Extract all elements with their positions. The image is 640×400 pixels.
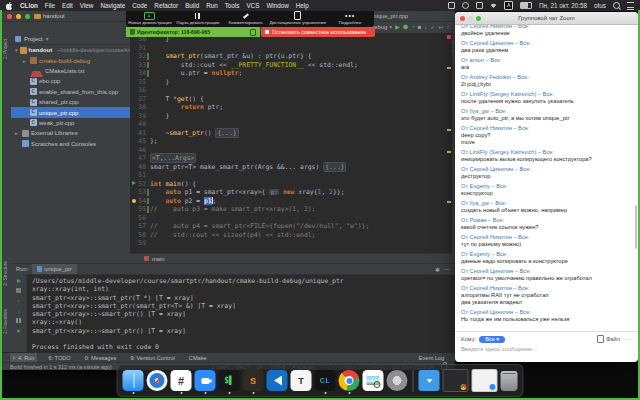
tree-item-weak-ptr-cpp[interactable]: weak_ptr.cpp	[11, 118, 130, 128]
menu-item-navigate[interactable]: Navigate	[100, 2, 125, 9]
keyboard-icon[interactable]	[476, 2, 483, 9]
chat-zoom-button[interactable]	[476, 16, 481, 21]
tree-item-scratches-and-consoles[interactable]: Scratches and Consoles	[11, 139, 130, 149]
menu-item-build[interactable]: Build	[185, 2, 199, 9]
dock-vscode-icon[interactable]	[267, 370, 288, 391]
code-line[interactable]: 37 T *get() {	[130, 95, 446, 104]
chat-message[interactable]: От Ilya_gw – Все:это будет auto_ptr, а м…	[461, 108, 632, 122]
dock-sublime-icon[interactable]: S	[243, 370, 264, 391]
toolwindow-tab-project[interactable]: 1: Project	[3, 39, 8, 59]
hide-panel-icon[interactable]: —	[444, 266, 450, 273]
dock-minwin1-icon[interactable]	[443, 369, 469, 392]
notification-center-icon[interactable]	[627, 2, 634, 10]
code-line[interactable]: 36	[130, 86, 446, 95]
window-zoom-button[interactable]	[25, 14, 30, 19]
menu-item-file[interactable]: File	[45, 2, 55, 9]
debug-button[interactable]: ⬢	[403, 23, 408, 31]
chat-message[interactable]: От Andrey Fedotkin – Все:2t jcdj,j;ltybt	[461, 74, 632, 88]
dock-zoom-icon[interactable]	[195, 370, 216, 391]
dock-clion-icon[interactable]: CL	[315, 370, 336, 391]
code-line[interactable]: 32 smart_ptr(smart_ptr &u) : ptr{u.ptr} …	[130, 52, 446, 61]
restore-layout-icon[interactable]: ↑	[15, 297, 22, 304]
editor-error-stripe[interactable]	[446, 33, 452, 254]
zoom-toolbar-annotate-button[interactable]: Комментировать	[222, 10, 270, 27]
zoom-toolbar-pause-button[interactable]: Пауза демонстрации	[174, 10, 222, 27]
spotlight-search-icon[interactable]	[613, 2, 620, 9]
tree-expand-arrow[interactable]: ▸	[23, 58, 28, 64]
settings-gear-icon[interactable]: ✱	[435, 266, 440, 273]
chat-scrollbar[interactable]	[635, 205, 637, 249]
menu-item-tools[interactable]: Tools	[225, 2, 240, 9]
dock-trash-icon[interactable]	[501, 371, 518, 391]
code-line[interactable]: 51	[130, 171, 446, 180]
code-line[interactable]: 52int main() {	[130, 180, 446, 189]
menu-item-run[interactable]: Run	[206, 2, 218, 9]
code-line[interactable]: 54 auto p2 = p1;	[130, 197, 446, 206]
menu-item-refactor[interactable]: Refactor	[154, 2, 178, 9]
menu-item-edit[interactable]: Edit	[62, 2, 73, 9]
chat-recipient-select[interactable]: Все ▾	[479, 336, 505, 343]
dock-downloads-icon[interactable]	[419, 370, 440, 391]
tree-item-unique-ptr-cpp[interactable]: unique_ptr.cpp	[11, 107, 130, 117]
code-area[interactable]: 30 }3132 smart_ptr(smart_ptr &u) : ptr{u…	[130, 35, 446, 248]
tree-item-cmakelists-txt[interactable]: CMakeLists.txt	[11, 66, 130, 76]
revert-button[interactable]: ↩	[438, 23, 443, 31]
dock-slack-icon[interactable]: #	[171, 370, 192, 391]
code-line[interactable]: 55// auto p3 = make_smart_ptr<xray>(1, 2…	[130, 205, 446, 214]
tree-item-cmake-build-debug[interactable]: ▸cmake-build-debug	[11, 55, 130, 65]
warning-stripe-mark[interactable]	[447, 67, 451, 69]
rerun-button[interactable]	[15, 277, 22, 284]
wifi-icon[interactable]	[490, 2, 497, 9]
chat-message-input[interactable]: Введите здесь сообщение...	[461, 346, 632, 352]
code-line[interactable]: 47<T,...Args>	[130, 154, 446, 163]
chat-message[interactable]: От Ilya_gw – Все:создать новый объект мо…	[461, 200, 632, 214]
chat-message[interactable]: От Сергей Цинилин – Все:деструктор	[461, 166, 632, 180]
warning-stripe-mark[interactable]	[447, 151, 451, 153]
code-line[interactable]: 33 std::cout << __PRETTY_FUNCTION__ << s…	[130, 61, 446, 70]
chat-file-button[interactable]: Файл	[597, 335, 620, 343]
tree-item-ebo-cpp[interactable]: ebo.cpp	[11, 76, 130, 86]
menu-item-view[interactable]: View	[80, 2, 94, 9]
document-icon[interactable]	[462, 2, 469, 9]
zoom-toolbar-more-button[interactable]: •••Подробнее	[326, 10, 374, 27]
dock-textedit-icon[interactable]: T	[291, 370, 312, 391]
stop-sharing-button[interactable]: Остановить совместное использование	[261, 27, 375, 37]
dock-iterm-icon[interactable]: $▌	[219, 370, 240, 391]
scroll-down-icon[interactable]: ↓	[15, 307, 22, 314]
toolwindow-tab-favorites[interactable]: 1: Favorites	[3, 309, 8, 334]
chat-more-button[interactable]: ···	[623, 336, 632, 342]
chat-message-list[interactable]: От Сергей Никитин – Все:двойное удаление…	[455, 25, 638, 331]
chat-message[interactable]: От Сергей Цинилин – Все:Но тогда же им п…	[461, 309, 632, 323]
battery-icon[interactable]	[520, 2, 532, 9]
stop-button[interactable]: ■	[418, 23, 422, 31]
search-everywhere-icon[interactable]: ○	[446, 23, 450, 31]
run-gutter-icon[interactable]	[132, 181, 136, 185]
pause-output-button[interactable]	[15, 317, 22, 324]
chat-message[interactable]: От Evgeniy – Все:данные надо копировать …	[461, 251, 632, 265]
window-close-button[interactable]	[7, 14, 12, 19]
dock-chrome-icon[interactable]	[339, 370, 360, 391]
menu-app-name[interactable]: CLion	[20, 2, 38, 9]
tree-item-enable-shared-from-this-cpp[interactable]: enable_shared_from_this.cpp	[11, 87, 130, 97]
warning-stripe-mark[interactable]	[447, 201, 451, 203]
input-source-icon[interactable]: A	[504, 1, 513, 10]
apple-menu-icon[interactable]	[6, 2, 13, 10]
zoom-toolbar-remote-control-button[interactable]: Дистанционное управление	[269, 10, 326, 27]
warning-stripe-mark[interactable]	[447, 129, 451, 131]
chat-message[interactable]: От anton – Все:ага	[461, 57, 632, 71]
code-line[interactable]: 35 }	[130, 78, 446, 87]
error-stripe-mark[interactable]	[447, 35, 451, 39]
toolwindow-button-todo[interactable]: 6: TODO	[45, 353, 73, 363]
code-line[interactable]: 38 return ptr;	[130, 103, 446, 112]
dock-safari-icon[interactable]	[147, 370, 168, 391]
code-line[interactable]: 31	[130, 44, 446, 53]
chat-message[interactable]: От LinkFly (Sergey Katrevich) – Все:иниц…	[461, 149, 632, 163]
intention-bulb-icon[interactable]	[132, 199, 136, 203]
tree-item-handout[interactable]: ▾handout~/middle-developer/course/smar	[11, 45, 130, 55]
code-line[interactable]: 39 }	[130, 112, 446, 121]
tree-expand-arrow[interactable]: ▸	[15, 130, 20, 136]
code-line[interactable]: 53 auto p1 = smart_ptr<xray>{ p: new xra…	[130, 188, 446, 197]
dock-finder-icon[interactable]	[123, 370, 144, 391]
vcs-commit-button[interactable]: ✓	[430, 23, 435, 31]
run-console-output[interactable]: /Users/otus/middle-developer/course/smar…	[32, 277, 451, 352]
